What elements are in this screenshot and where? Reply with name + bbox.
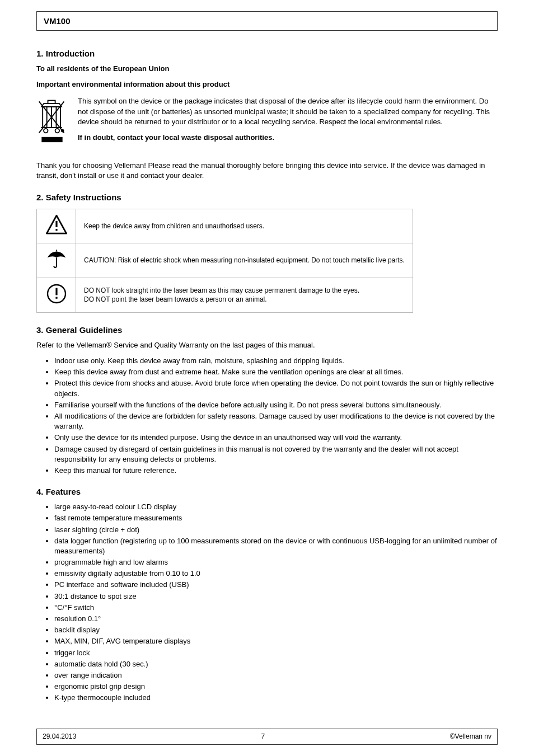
list-item: programmable high and low alarms xyxy=(54,557,498,567)
weee-block: This symbol on the device or the package… xyxy=(36,96,498,148)
notice-circle-icon xyxy=(45,299,68,307)
safety-symbol-table: Keep the device away from children and u… xyxy=(36,209,413,313)
list-item: Protect this device from shocks and abus… xyxy=(54,378,498,398)
svg-point-7 xyxy=(55,129,59,133)
list-item: Familiarise yourself with the functions … xyxy=(54,400,498,410)
general-ref: Refer to the Velleman® Service and Quali… xyxy=(36,340,498,350)
safety-row-1-text: Keep the device away from children and u… xyxy=(76,209,413,243)
list-item: data logger function (registering up to … xyxy=(54,536,498,556)
svg-rect-17 xyxy=(55,288,57,295)
section-title-introduction: 1. Introduction xyxy=(36,48,498,59)
section-title-features: 4. Features xyxy=(36,486,498,497)
thanks-text: Thank you for choosing Velleman! Please … xyxy=(36,161,498,181)
safety-row-2-text: CAUTION: Risk of electric shock when mea… xyxy=(76,243,413,278)
svg-rect-4 xyxy=(48,101,55,104)
intro-to-line: To all residents of the European Union xyxy=(36,64,169,73)
svg-rect-14 xyxy=(55,229,57,231)
list-item: trigger lock xyxy=(54,648,498,658)
general-list: Indoor use only. Keep this device away f… xyxy=(36,356,498,476)
product-code: VM100 xyxy=(44,16,71,26)
weee-doubt: If in doubt, contact your local waste di… xyxy=(78,133,274,142)
list-item: automatic data hold (30 sec.) xyxy=(54,659,498,669)
svg-rect-18 xyxy=(55,297,57,299)
list-item: °C/°F switch xyxy=(54,603,498,613)
safety-row-3a-text: DO NOT look straight into the laser beam… xyxy=(84,286,405,295)
list-item: laser sighting (circle + dot) xyxy=(54,525,498,535)
section-title-general: 3. General Guidelines xyxy=(36,324,498,336)
list-item: Indoor use only. Keep this device away f… xyxy=(54,356,498,366)
list-item: K-type thermocouple included xyxy=(54,693,498,703)
list-item: MAX, MIN, DIF, AVG temperature displays xyxy=(54,636,498,646)
list-item: Keep this device away from dust and extr… xyxy=(54,367,498,377)
footer-box: 29.04.2013 7 ©Velleman nv xyxy=(36,729,498,745)
list-item: Only use the device for its intended pur… xyxy=(54,433,498,443)
features-list: large easy-to-read colour LCD display fa… xyxy=(36,502,498,703)
list-item: Keep this manual for future reference. xyxy=(54,466,498,476)
weee-bin-icon xyxy=(36,96,70,148)
list-item: fast remote temperature measurements xyxy=(54,513,498,523)
weee-text: This symbol on the device or the package… xyxy=(78,96,498,127)
list-item: Damage caused by disregard of certain gu… xyxy=(54,444,498,464)
intro-info-line: Important environmental information abou… xyxy=(36,80,229,88)
list-item: backlit display xyxy=(54,625,498,635)
list-item: emissivity digitally adjustable from 0.1… xyxy=(54,569,498,579)
footer-page: 7 xyxy=(261,732,265,741)
header-box: VM100 xyxy=(36,11,498,31)
umbrella-icon xyxy=(45,264,68,272)
svg-point-6 xyxy=(44,129,48,133)
list-item: All modifications of the device are forb… xyxy=(54,411,498,431)
list-item: over range indication xyxy=(54,670,498,680)
safety-row-3b-text: DO NOT point the laser beam towards a pe… xyxy=(84,295,405,304)
list-item: PC interface and software included (USB) xyxy=(54,580,498,590)
svg-rect-13 xyxy=(55,220,57,227)
table-row: DO NOT look straight into the laser beam… xyxy=(37,278,413,313)
table-row: CAUTION: Risk of electric shock when mea… xyxy=(37,243,413,278)
footer-copyright: ©Velleman nv xyxy=(450,732,491,741)
list-item: ergonomic pistol grip design xyxy=(54,682,498,692)
list-item: large easy-to-read colour LCD display xyxy=(54,502,498,512)
list-item: resolution 0.1° xyxy=(54,614,498,624)
svg-rect-11 xyxy=(41,137,62,142)
table-row: Keep the device away from children and u… xyxy=(37,209,413,243)
section-title-safety: 2. Safety Instructions xyxy=(36,191,498,203)
list-item: 30:1 distance to spot size xyxy=(54,591,498,602)
footer-date: 29.04.2013 xyxy=(43,732,76,741)
caution-triangle-icon xyxy=(45,230,68,238)
